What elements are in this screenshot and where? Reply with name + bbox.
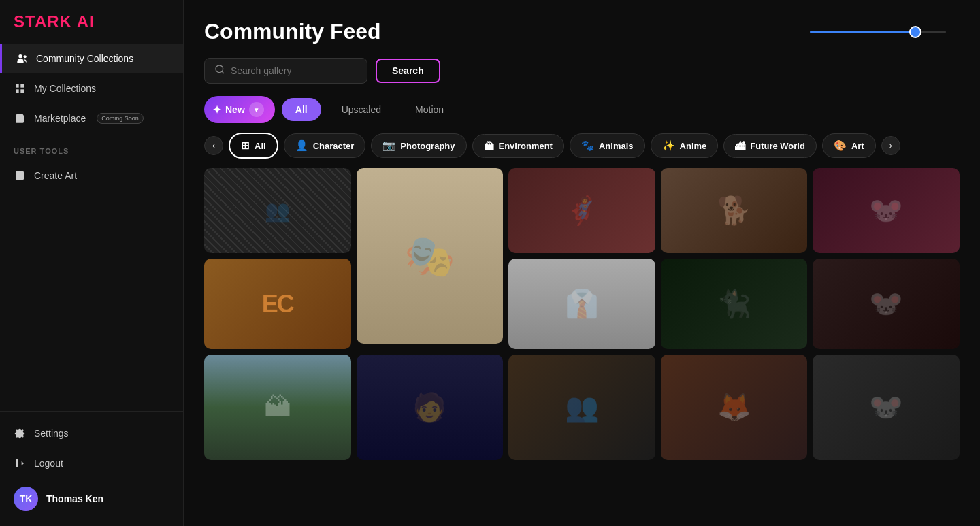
- logout-label: Logout: [34, 458, 63, 469]
- sidebar-label-community: Community Collections: [36, 53, 133, 64]
- category-next-button[interactable]: ›: [881, 136, 900, 155]
- gallery-item[interactable]: 🦊: [661, 355, 808, 460]
- category-anime[interactable]: ✨ Anime: [651, 133, 719, 158]
- gallery-item[interactable]: 🎭: [357, 168, 504, 344]
- character-icon: 👤: [295, 139, 308, 152]
- sidebar-item-create-art[interactable]: Create Art: [0, 161, 183, 191]
- category-photography[interactable]: 📷 Photography: [371, 133, 466, 158]
- settings-icon: [14, 427, 26, 440]
- art-icon: 🎨: [834, 139, 847, 152]
- new-filter-button[interactable]: ✦ New ▼: [204, 96, 275, 123]
- animals-icon: 🐾: [581, 139, 594, 152]
- svg-rect-3: [20, 84, 24, 88]
- sidebar-item-my-collections[interactable]: My Collections: [0, 73, 183, 103]
- category-prev-button[interactable]: ‹: [204, 136, 223, 155]
- anime-icon: ✨: [662, 139, 675, 152]
- community-icon: [16, 52, 28, 65]
- category-art[interactable]: 🎨 Art: [822, 133, 876, 158]
- sidebar-item-logout[interactable]: Logout: [0, 448, 183, 478]
- slider-container: [810, 31, 960, 33]
- category-animals[interactable]: 🐾 Animals: [570, 133, 645, 158]
- sidebar-label-marketplace: Marketplace: [34, 113, 86, 124]
- logout-icon: [14, 457, 26, 470]
- svg-point-12: [216, 65, 223, 73]
- page-title: Community Feed: [204, 19, 381, 44]
- create-icon: [14, 169, 26, 182]
- user-tools-title: User Tools: [0, 133, 183, 161]
- all-icon: ⊞: [241, 139, 250, 152]
- svg-rect-5: [20, 89, 24, 93]
- future-world-label: Future World: [750, 141, 805, 151]
- gallery-item[interactable]: 🐭: [813, 355, 960, 460]
- upscaled-filter-button[interactable]: Upscaled: [328, 98, 395, 121]
- art-label: Art: [851, 141, 864, 151]
- sidebar-item-settings[interactable]: Settings: [0, 418, 183, 448]
- gallery-item[interactable]: 👔: [508, 259, 655, 349]
- svg-point-1: [24, 55, 27, 58]
- all-filter-button[interactable]: All: [282, 98, 321, 121]
- character-label: Character: [313, 141, 355, 151]
- settings-label: Settings: [34, 428, 69, 439]
- svg-line-13: [222, 71, 224, 73]
- gallery-item[interactable]: 🦸: [508, 168, 655, 253]
- avatar: TK: [14, 487, 38, 511]
- anime-label: Anime: [680, 141, 707, 151]
- grid-icon: [14, 82, 26, 95]
- gallery-item[interactable]: 👥: [204, 168, 351, 253]
- top-bar: Community Feed: [184, 0, 980, 51]
- search-input[interactable]: [231, 65, 357, 76]
- photography-icon: 📷: [382, 139, 395, 152]
- svg-point-0: [18, 54, 22, 58]
- search-input-wrap: [204, 58, 368, 84]
- sidebar-item-marketplace[interactable]: Marketplace Coming Soon: [0, 103, 183, 133]
- animals-label: Animals: [599, 141, 634, 151]
- main-content: Community Feed Search ✦ New ▼ All Upscal…: [184, 0, 980, 526]
- all-label: All: [255, 141, 266, 151]
- sidebar-bottom: Settings Logout TK Thomas Ken: [0, 411, 183, 526]
- filter-bar: ✦ New ▼ All Upscaled Motion: [184, 91, 980, 129]
- svg-rect-4: [16, 89, 19, 93]
- gallery-item[interactable]: 🐭: [813, 168, 960, 253]
- gallery-item[interactable]: 🏔: [204, 355, 351, 460]
- search-icon: [214, 64, 225, 78]
- gallery-item[interactable]: 🐭: [813, 259, 960, 349]
- environment-icon: 🏔: [484, 140, 494, 152]
- svg-rect-7: [16, 171, 24, 180]
- gallery-item[interactable]: 👥: [508, 355, 655, 460]
- app-logo: STARK AI: [0, 0, 183, 44]
- gallery-item[interactable]: 🐕: [661, 168, 808, 253]
- username: Thomas Ken: [46, 493, 103, 504]
- sidebar: STARK AI Community Collections My Collec…: [0, 0, 184, 526]
- main-nav: Community Collections My Collections Mar…: [0, 44, 183, 133]
- sidebar-label-my-collections: My Collections: [34, 83, 96, 94]
- motion-filter-button[interactable]: Motion: [402, 98, 457, 121]
- category-character[interactable]: 👤 Character: [284, 133, 366, 158]
- category-environment[interactable]: 🏔 Environment: [472, 134, 564, 158]
- photography-label: Photography: [400, 141, 455, 151]
- gallery-scroll[interactable]: 👥 🎭 🦸 🐕: [184, 168, 980, 526]
- gallery-item[interactable]: 🧑: [357, 355, 504, 460]
- category-all[interactable]: ⊞ All: [229, 133, 278, 159]
- logo-text: STARK: [14, 12, 77, 31]
- logo-ai: AI: [77, 12, 95, 31]
- sidebar-item-community-collections[interactable]: Community Collections: [0, 44, 183, 73]
- dropdown-arrow-icon: ▼: [249, 102, 264, 117]
- gallery-item[interactable]: 🐈‍⬛: [661, 259, 808, 349]
- search-button[interactable]: Search: [376, 59, 440, 83]
- search-bar: Search: [184, 51, 980, 91]
- shop-icon: [14, 112, 26, 125]
- coming-soon-badge: Coming Soon: [97, 113, 144, 124]
- gallery-grid: 👥 🎭 🦸 🐕: [204, 168, 960, 460]
- environment-label: Environment: [499, 141, 553, 151]
- sparkle-icon: ✦: [212, 103, 221, 116]
- category-bar: ‹ ⊞ All 👤 Character 📷 Photography 🏔 Envi…: [184, 129, 980, 168]
- svg-rect-2: [16, 84, 19, 88]
- category-future-world[interactable]: 🏙 Future World: [723, 134, 817, 158]
- future-world-icon: 🏙: [735, 140, 745, 152]
- create-art-label: Create Art: [34, 170, 77, 181]
- user-profile[interactable]: TK Thomas Ken: [0, 478, 183, 519]
- gallery-size-slider[interactable]: [810, 31, 946, 33]
- new-label: New: [225, 104, 245, 115]
- gallery-item[interactable]: EC: [204, 259, 351, 349]
